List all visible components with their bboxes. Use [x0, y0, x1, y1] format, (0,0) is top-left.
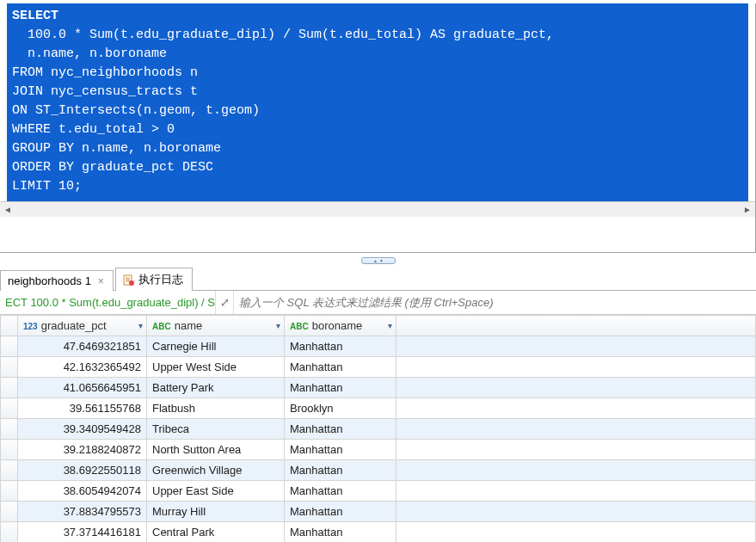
- query-summary: ECT 100.0 * Sum(t.edu_graduate_dipl) / S: [0, 296, 215, 309]
- cell-empty: [396, 398, 756, 419]
- splitter-handle[interactable]: ▴ ▾: [361, 257, 396, 264]
- table-row[interactable]: 38.6922550118Greenwich VillageManhattan: [1, 460, 756, 481]
- table-row[interactable]: 37.8834795573Murray HillManhattan: [1, 502, 756, 522]
- cell-boroname[interactable]: Manhattan: [285, 419, 396, 440]
- cell-name[interactable]: Tribeca: [147, 419, 285, 440]
- row-header[interactable]: [1, 481, 18, 502]
- row-header[interactable]: [1, 357, 18, 378]
- row-header[interactable]: [1, 398, 18, 419]
- table-row[interactable]: 41.0656645951Battery ParkManhattan: [1, 378, 756, 398]
- table-row[interactable]: 42.1632365492Upper West SideManhattan: [1, 357, 756, 378]
- column-label: name: [175, 319, 203, 332]
- sql-line: LIMIT 10;: [12, 179, 82, 194]
- table-row[interactable]: 47.6469321851Carnegie HillManhattan: [1, 336, 756, 357]
- sql-editor-panel: SELECT 100.0 * Sum(t.edu_graduate_dipl) …: [0, 3, 756, 253]
- sql-line: GROUP BY n.name, n.boroname: [12, 141, 221, 156]
- sql-line: WHERE t.edu_total > 0: [12, 122, 175, 137]
- row-header[interactable]: [1, 419, 18, 440]
- cell-boroname[interactable]: Brooklyn: [285, 398, 396, 419]
- sql-line: 100.0 * Sum(t.edu_graduate_dipl) / Sum(t…: [12, 28, 554, 42]
- cell-boroname[interactable]: Manhattan: [285, 440, 396, 460]
- cell-graduate-pct[interactable]: 39.3409549428: [18, 419, 147, 440]
- text-type-icon: ABC: [290, 322, 309, 331]
- cell-graduate-pct[interactable]: 39.2188240872: [18, 440, 147, 460]
- cell-name[interactable]: Greenwich Village: [147, 460, 285, 481]
- splitter[interactable]: ▴ ▾: [0, 253, 756, 268]
- row-header[interactable]: [1, 502, 18, 522]
- cell-graduate-pct[interactable]: 37.3714416181: [18, 522, 147, 543]
- cell-empty: [396, 440, 756, 460]
- cell-name[interactable]: Central Park: [147, 522, 285, 543]
- cell-empty: [396, 522, 756, 543]
- cell-boroname[interactable]: Manhattan: [285, 357, 396, 378]
- cell-name[interactable]: Flatbush: [147, 398, 285, 419]
- cell-name[interactable]: Carnegie Hill: [147, 336, 285, 357]
- cell-graduate-pct[interactable]: 37.8834795573: [18, 502, 147, 522]
- tab-results-label: neighborhoods 1: [8, 274, 91, 287]
- table-row[interactable]: 39.3409549428TribecaManhattan: [1, 419, 756, 440]
- chevron-down-icon[interactable]: ▾: [388, 321, 392, 330]
- column-header-empty: [396, 316, 756, 336]
- cell-boroname[interactable]: Manhattan: [285, 502, 396, 522]
- grid-header-row: 123graduate_pct ▾ ABCname ▾ ABCboroname …: [1, 316, 756, 336]
- sql-line: SELECT: [12, 9, 58, 23]
- table-row[interactable]: 39.2188240872North Sutton AreaManhattan: [1, 440, 756, 460]
- svg-point-1: [129, 280, 134, 286]
- cell-graduate-pct[interactable]: 38.6054942074: [18, 481, 147, 502]
- scroll-right-icon[interactable]: ►: [740, 202, 755, 218]
- log-icon: [123, 274, 135, 286]
- chevron-down-icon[interactable]: ▾: [276, 321, 280, 330]
- cell-boroname[interactable]: Manhattan: [285, 522, 396, 543]
- cell-boroname[interactable]: Manhattan: [285, 481, 396, 502]
- filter-input[interactable]: [234, 291, 756, 314]
- result-tabs: neighborhoods 1 × 执行日志: [0, 268, 756, 291]
- tab-log-label: 执行日志: [138, 272, 183, 287]
- sql-line: JOIN nyc_census_tracts t: [12, 84, 198, 99]
- cell-name[interactable]: Upper East Side: [147, 481, 285, 502]
- cell-empty: [396, 502, 756, 522]
- cell-empty: [396, 460, 756, 481]
- cell-boroname[interactable]: Manhattan: [285, 378, 396, 398]
- cell-empty: [396, 419, 756, 440]
- row-header[interactable]: [1, 378, 18, 398]
- column-label: graduate_pct: [41, 319, 107, 332]
- cell-graduate-pct[interactable]: 38.6922550118: [18, 460, 147, 481]
- cell-name[interactable]: Murray Hill: [147, 502, 285, 522]
- cell-empty: [396, 336, 756, 357]
- cell-boroname[interactable]: Manhattan: [285, 460, 396, 481]
- cell-name[interactable]: Upper West Side: [147, 357, 285, 378]
- sql-editor[interactable]: SELECT 100.0 * Sum(t.edu_graduate_dipl) …: [7, 3, 748, 201]
- expand-icon[interactable]: ⤢: [215, 291, 234, 314]
- sql-line: n.name, n.boroname: [12, 46, 167, 61]
- cell-graduate-pct[interactable]: 41.0656645951: [18, 378, 147, 398]
- table-row[interactable]: 39.561155768FlatbushBrooklyn: [1, 398, 756, 419]
- tab-results[interactable]: neighborhoods 1 ×: [0, 270, 114, 291]
- cell-boroname[interactable]: Manhattan: [285, 336, 396, 357]
- column-header-graduate-pct[interactable]: 123graduate_pct ▾: [18, 316, 147, 336]
- table-row[interactable]: 38.6054942074Upper East SideManhattan: [1, 481, 756, 502]
- column-label: boroname: [312, 319, 363, 332]
- chevron-down-icon[interactable]: ▾: [138, 321, 143, 330]
- column-header-name[interactable]: ABCname ▾: [147, 316, 285, 336]
- cell-graduate-pct[interactable]: 42.1632365492: [18, 357, 147, 378]
- close-icon[interactable]: ×: [98, 275, 104, 287]
- chevron-down-icon: ▾: [380, 258, 383, 263]
- cell-name[interactable]: North Sutton Area: [147, 440, 285, 460]
- corner-cell[interactable]: [1, 316, 18, 336]
- table-row[interactable]: 37.3714416181Central ParkManhattan: [1, 522, 756, 543]
- cell-empty: [396, 378, 756, 398]
- editor-horizontal-scrollbar[interactable]: ◄ ►: [0, 201, 755, 217]
- scroll-left-icon[interactable]: ◄: [0, 202, 15, 218]
- row-header[interactable]: [1, 460, 18, 481]
- cell-graduate-pct[interactable]: 47.6469321851: [18, 336, 147, 357]
- text-type-icon: ABC: [152, 322, 171, 331]
- tab-execution-log[interactable]: 执行日志: [115, 268, 193, 291]
- row-header[interactable]: [1, 440, 18, 460]
- column-header-boroname[interactable]: ABCboroname ▾: [285, 316, 396, 336]
- row-header[interactable]: [1, 336, 18, 357]
- cell-name[interactable]: Battery Park: [147, 378, 285, 398]
- sql-line: ORDER BY graduate_pct DESC: [12, 160, 213, 175]
- cell-graduate-pct[interactable]: 39.561155768: [18, 398, 147, 419]
- row-header[interactable]: [1, 522, 18, 543]
- number-type-icon: 123: [23, 322, 38, 331]
